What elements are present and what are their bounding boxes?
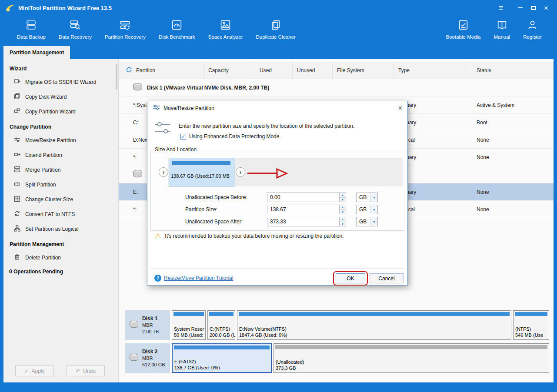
spinner[interactable]: ▲▼ bbox=[339, 193, 346, 202]
sidebar-item-copy-partition-wizard[interactable]: Copy Partition Wizard bbox=[3, 104, 118, 119]
field-row-partition-size: Partition Size: ▲▼ GB▼ bbox=[185, 205, 378, 214]
resize-sliders-icon bbox=[153, 120, 172, 137]
sidebar-item-change-cluster-size[interactable]: Change Cluster Size bbox=[3, 192, 118, 207]
sidebar-item-extend-partition[interactable]: Extend Partition bbox=[3, 148, 118, 163]
tab-partition-management[interactable]: Partition Management bbox=[3, 46, 70, 59]
disk-scheme: MBR bbox=[142, 322, 159, 329]
dialog-description: Enter the new partition size and specify… bbox=[179, 123, 354, 129]
spinner[interactable]: ▲▼ bbox=[339, 205, 346, 214]
column-header-used[interactable]: Used bbox=[255, 62, 293, 79]
diskmap-partition-d-new-volume-ntfs[interactable]: D:New Volume(NTFS)1847.4 GB (Used: 0%) bbox=[237, 310, 511, 340]
sidebar-item-merge-partition[interactable]: Merge Partition bbox=[3, 163, 118, 177]
checkbox-box[interactable]: ✓ bbox=[180, 134, 186, 140]
maximize-button[interactable] bbox=[527, 2, 540, 13]
minimize-button[interactable] bbox=[514, 2, 527, 13]
sidebar-item-convert-fat-to-ntfs[interactable]: Convert FAT to NTFS bbox=[3, 207, 118, 222]
sidebar-item-set-partition-as-logical[interactable]: Set Partition as Logical bbox=[3, 222, 118, 236]
toolbar-item-manual[interactable]: Manual bbox=[487, 18, 517, 40]
column-header-type[interactable]: Type bbox=[394, 62, 472, 79]
unallocated-after-value[interactable] bbox=[267, 217, 339, 226]
usage-band bbox=[173, 312, 204, 316]
enhanced-mode-checkbox[interactable]: ✓ Using Enhanced Data Protecting Mode bbox=[180, 133, 279, 140]
chevron-down-icon: ▼ bbox=[370, 193, 377, 202]
column-header-capacity[interactable]: Capacity bbox=[204, 62, 255, 79]
slider-handle-left-icon[interactable]: ‹ bbox=[159, 167, 168, 177]
ok-button[interactable]: OK bbox=[336, 273, 365, 283]
disk-group-row[interactable]: Disk 1 (VMware Virtual NVMe Disk, MBR, 2… bbox=[119, 79, 554, 96]
sidebar-item-migrate-os-to-ssd-hd-wizard[interactable]: Migrate OS to SSD/HD Wizard bbox=[3, 75, 118, 90]
diskmap-partition-system-reser[interactable]: System Reser50 MB (Used: bbox=[172, 310, 206, 340]
sidebar-heading-wizard: Wizard bbox=[3, 61, 118, 75]
diskmap-partition-ntfs[interactable]: (NTFS)546 MB (Use bbox=[513, 310, 549, 340]
unallocated-before-value[interactable] bbox=[267, 193, 339, 202]
unallocated-before-input[interactable]: ▲▼ bbox=[267, 193, 346, 202]
unit-select[interactable]: GB▼ bbox=[356, 193, 378, 202]
check-icon: ✓ bbox=[181, 134, 185, 139]
column-header-partition[interactable]: Partition bbox=[119, 62, 204, 79]
column-header-unused[interactable]: Unused bbox=[293, 62, 333, 79]
space-analyzer-icon bbox=[220, 19, 231, 32]
toolbar-item-disk-benchmark[interactable]: Disk Benchmark bbox=[152, 18, 202, 40]
toolbar-item-partition-recovery[interactable]: Partition Recovery bbox=[98, 18, 152, 40]
usage-band bbox=[239, 312, 510, 316]
partition-used-bar bbox=[172, 161, 230, 165]
annotation-ok-highlight: OK bbox=[333, 271, 368, 286]
unit-select[interactable]: GB▼ bbox=[356, 205, 378, 214]
column-header-file-system[interactable]: File System bbox=[333, 62, 394, 79]
split-icon bbox=[14, 181, 20, 189]
apply-button[interactable]: ✓ Apply bbox=[15, 365, 53, 376]
disk-label-block[interactable]: Disk 2MBR512.00 GB bbox=[125, 343, 170, 373]
refresh-icon[interactable] bbox=[126, 66, 132, 74]
partition-slider-block[interactable]: 138.67 GB (Used:17.00 MB bbox=[169, 158, 234, 186]
usage-band bbox=[209, 312, 233, 316]
disk-map: Disk 1MBR2.00 TBSystem Reser50 MB (Used:… bbox=[125, 310, 549, 376]
data-backup-icon bbox=[25, 19, 37, 32]
sidebar-item-delete-partition[interactable]: Delete Partition bbox=[3, 250, 118, 265]
undo-button[interactable]: ↶ Undo bbox=[67, 365, 105, 376]
usage-band bbox=[174, 345, 270, 349]
toolbar-item-data-recovery[interactable]: Data Recovery bbox=[52, 18, 98, 40]
sidebar-item-split-partition[interactable]: Split Partition bbox=[3, 177, 118, 192]
merge-icon bbox=[14, 166, 20, 174]
logical-icon bbox=[14, 225, 20, 233]
sidebar-item-copy-disk-wizard[interactable]: Copy Disk Wizard bbox=[3, 90, 118, 104]
cancel-button[interactable]: Cancel bbox=[370, 273, 404, 283]
operations-pending-label: 0 Operations Pending bbox=[3, 265, 118, 275]
column-header-status[interactable]: Status bbox=[472, 62, 554, 79]
toolbar-item-bootable-media[interactable]: Bootable Media bbox=[440, 18, 487, 40]
diskmap-partition-e-fat32[interactable]: E:(FAT32)138.7 GB (Used: 0%) bbox=[172, 343, 272, 373]
disk-label-block[interactable]: Disk 1MBR2.00 TB bbox=[125, 310, 170, 340]
copy-partition-icon bbox=[14, 108, 20, 116]
move-resize-icon bbox=[14, 136, 20, 144]
toolbar-item-space-analyzer[interactable]: Space Analyzer bbox=[202, 18, 250, 40]
sidebar-heading-change-partition: Change Partition bbox=[3, 119, 118, 133]
partition-size-input[interactable]: ▲▼ bbox=[267, 205, 346, 214]
partition-size-value[interactable] bbox=[267, 205, 339, 214]
toolbar-item-data-backup[interactable]: Data Backup bbox=[10, 18, 52, 40]
close-button[interactable]: × bbox=[540, 2, 553, 13]
tutorial-link[interactable]: Resize/Move Partition Tutorial bbox=[164, 275, 233, 281]
slider-handle-right-icon[interactable]: › bbox=[236, 167, 245, 177]
chevron-down-icon: ▼ bbox=[370, 217, 377, 226]
usage-band bbox=[515, 312, 547, 316]
move-resize-dialog: Move/Resize Partition × Enter the new pa… bbox=[147, 101, 408, 286]
diskmap-partition-c-ntfs[interactable]: C:(NTFS)200.0 GB (U bbox=[207, 310, 235, 340]
migrate-icon bbox=[14, 78, 20, 86]
extend-icon bbox=[14, 151, 20, 159]
status-bar bbox=[0, 382, 557, 392]
table-header: PartitionCapacityUsedUnusedFile SystemTy… bbox=[119, 62, 554, 79]
bootable-media-icon bbox=[457, 19, 469, 32]
diskmap-partition-unallocated[interactable]: (Unallocated)373.3 GB bbox=[273, 343, 549, 373]
spinner[interactable]: ▲▼ bbox=[339, 217, 346, 226]
dialog-close-icon[interactable]: × bbox=[398, 105, 402, 112]
help-icon[interactable]: ? bbox=[154, 275, 161, 282]
sidebar-item-move-resize-partition[interactable]: Move/Resize Partition bbox=[3, 133, 118, 148]
toolbar-item-register[interactable]: Register bbox=[517, 18, 548, 40]
toolbar-item-duplicate-cleaner[interactable]: Duplicate Cleaner bbox=[250, 18, 302, 40]
unit-select[interactable]: GB▼ bbox=[356, 217, 378, 226]
convert-icon bbox=[14, 210, 20, 218]
sidebar-scrollbar[interactable] bbox=[116, 64, 117, 90]
unallocated-after-input[interactable]: ▲▼ bbox=[267, 217, 346, 226]
toolbar: Data BackupData RecoveryPartition Recove… bbox=[0, 16, 557, 46]
menu-icon[interactable]: ≡ bbox=[494, 3, 507, 13]
